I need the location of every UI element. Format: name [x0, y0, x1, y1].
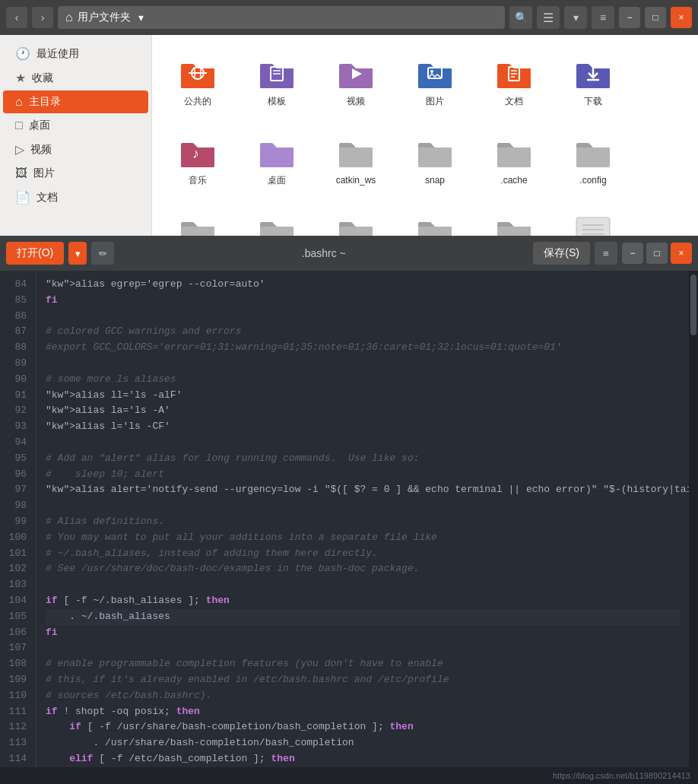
line-number: 86: [6, 309, 27, 325]
line-number: 95: [6, 451, 27, 467]
folder-label: 公共的: [184, 96, 211, 108]
fm-titlebar: ‹ › ⌂ 用户文件夹 ▾ 🔍 ☰ ▾ ≡ − □ ×: [0, 0, 698, 35]
maximize-button[interactable]: □: [645, 7, 666, 28]
open-dropdown-button[interactable]: ▾: [68, 242, 87, 265]
folder-local[interactable]: .local: [239, 201, 315, 236]
folder-icon-folder: [494, 214, 534, 236]
search-button[interactable]: 🔍: [509, 6, 532, 29]
minimize-button[interactable]: −: [619, 7, 640, 28]
folder-gnupg[interactable]: .gnupg: [160, 201, 236, 236]
svg-rect-17: [576, 217, 610, 236]
sidebar-item-images[interactable]: 🖼 图片: [3, 162, 148, 185]
folder-label: catkin_ws: [336, 175, 376, 187]
folder-pictures[interactable]: 图片: [397, 43, 473, 119]
sidebar-label-docs: 文档: [36, 191, 58, 205]
folder-pki[interactable]: .pki: [397, 201, 473, 236]
code-area[interactable]: "kw">alias egrep='egrep --color=auto' fi…: [36, 271, 689, 767]
editor-minimize-button[interactable]: −: [622, 243, 643, 264]
folder-icon-folder: [336, 214, 376, 236]
folder-public[interactable]: 公共的: [160, 43, 236, 119]
line-number: 91: [6, 388, 27, 404]
line-number: 87: [6, 324, 27, 340]
svg-text:♪: ♪: [192, 146, 199, 161]
folder-icon-desktop: [257, 135, 297, 170]
folder-label: .cache: [500, 175, 527, 187]
folder-icon-share: [178, 56, 217, 91]
folder-downloads[interactable]: 下载: [555, 43, 631, 119]
folder-cache[interactable]: .cache: [476, 122, 552, 198]
save-button[interactable]: 保存(S): [533, 242, 590, 265]
folder-ros[interactable]: .ros: [476, 201, 552, 236]
line-number: 114: [6, 751, 27, 767]
folder-catkin[interactable]: catkin_ws: [318, 122, 394, 198]
pencil-icon: ✏: [99, 248, 107, 259]
editor-maximize-button[interactable]: □: [646, 243, 668, 264]
folder-icon-download: [573, 56, 613, 91]
sidebar-label-home: 主目录: [29, 95, 61, 109]
open-label: 打开(O): [17, 246, 53, 260]
folder-desktop2[interactable]: 桌面: [239, 122, 315, 198]
fm-content-area: 公共的 模板 视频: [152, 35, 698, 236]
status-bar: https://blog.csdn.net/b119890214413: [0, 767, 698, 784]
dropdown-arrow-icon: ▾: [138, 11, 144, 24]
scrollbar-thumb[interactable]: [690, 275, 696, 335]
sidebar-label-video: 视频: [30, 143, 52, 157]
editor-extra-button[interactable]: ✏: [91, 242, 114, 265]
open-button[interactable]: 打开(O): [6, 242, 64, 265]
sidebar-item-desktop[interactable]: □ 桌面: [3, 114, 148, 137]
line-number: 93: [6, 419, 27, 435]
hamburger-icon: ≡: [600, 11, 606, 24]
menu-button[interactable]: ≡: [592, 6, 614, 29]
sidebar-item-recent[interactable]: 🕐 最近使用: [3, 42, 148, 65]
sidebar-item-video[interactable]: ▷ 视频: [3, 138, 148, 161]
home-icon: ⌂: [65, 11, 73, 24]
scrollbar[interactable]: [689, 271, 698, 767]
folder-icon-document: [494, 56, 534, 91]
sidebar-item-bookmarks[interactable]: ★ 收藏: [3, 66, 148, 90]
nav-back-button[interactable]: ‹: [6, 7, 27, 28]
folder-snap[interactable]: snap: [397, 122, 473, 198]
nav-forward-button[interactable]: ›: [32, 7, 53, 28]
line-number: 88: [6, 340, 27, 356]
folder-label: 文档: [505, 96, 523, 108]
folder-templates[interactable]: 模板: [239, 43, 315, 119]
close-button[interactable]: ×: [671, 7, 692, 28]
folder-config[interactable]: .config: [555, 122, 631, 198]
folder-label: .config: [579, 175, 606, 187]
line-number: 85: [6, 293, 27, 309]
line-number: 98: [6, 498, 27, 514]
folder-icon-folder: [415, 135, 455, 170]
sort-button[interactable]: ▾: [564, 6, 587, 29]
editor-menu-icon: ≡: [603, 248, 609, 259]
folder-label: snap: [425, 175, 445, 187]
images-icon: 🖼: [15, 167, 27, 180]
folder-label: 桌面: [268, 175, 286, 187]
folder-icon-template: [257, 56, 297, 91]
line-number: 105: [6, 609, 27, 625]
video-icon: ▷: [15, 142, 24, 157]
fm-location-bar[interactable]: ⌂ 用户文件夹 ▾: [58, 6, 505, 29]
folder-documents[interactable]: 文档: [476, 43, 552, 119]
line-number: 104: [6, 593, 27, 609]
line-number: 109: [6, 672, 27, 688]
line-number: 106: [6, 625, 27, 641]
line-number: 103: [6, 577, 27, 593]
folder-videos[interactable]: 视频: [318, 43, 394, 119]
sidebar-item-home[interactable]: ⌂ 主目录: [3, 90, 148, 113]
folder-thunderbird[interactable]: .thunderbird: [555, 201, 631, 236]
editor-content: 8485868788899091929394959697989910010110…: [0, 271, 698, 767]
editor-menu-button[interactable]: ≡: [595, 242, 617, 265]
view-toggle-button[interactable]: ☰: [537, 6, 560, 29]
folder-music[interactable]: ♪ 音乐: [160, 122, 236, 198]
folder-icon-folder: [573, 135, 613, 170]
editor-close-button[interactable]: ×: [671, 243, 692, 264]
line-number: 94: [6, 435, 27, 451]
sidebar-item-docs[interactable]: 📄 文档: [3, 186, 148, 209]
line-number: 102: [6, 561, 27, 577]
folder-mozilla[interactable]: .mozilla: [318, 201, 394, 236]
line-number: 92: [6, 403, 27, 419]
line-number: 111: [6, 704, 27, 720]
line-number: 96: [6, 467, 27, 483]
folder-icon-images: [415, 56, 455, 91]
folder-label: 音乐: [189, 175, 207, 187]
